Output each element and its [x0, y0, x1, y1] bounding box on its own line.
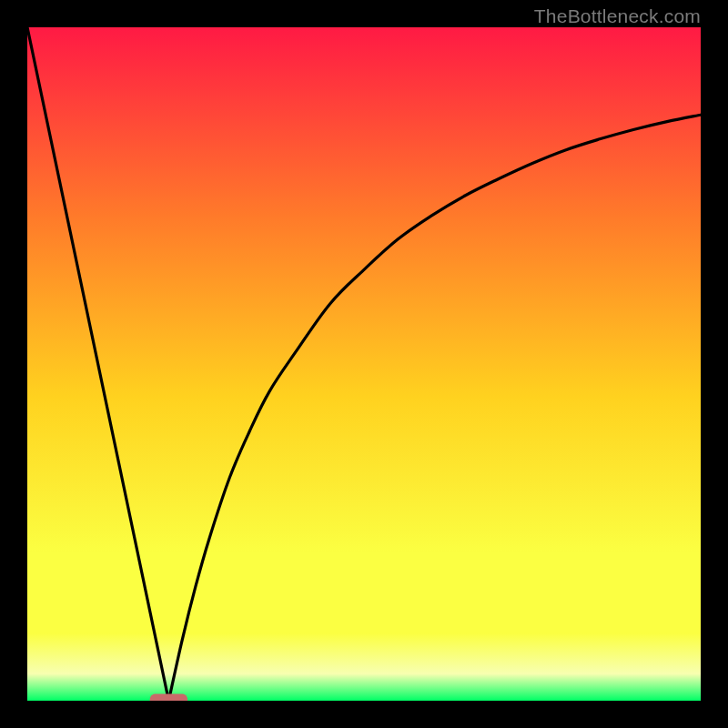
minimum-marker: [150, 694, 187, 701]
gradient-background: [27, 27, 701, 701]
bottleneck-chart: [27, 27, 701, 701]
chart-frame: [27, 27, 701, 701]
watermark-text: TheBottleneck.com: [534, 5, 701, 27]
